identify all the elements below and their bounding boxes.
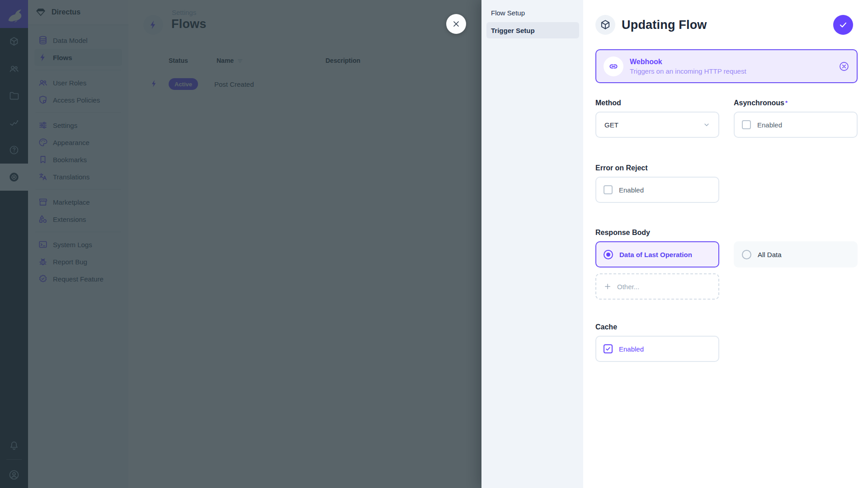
drawer-nav-flow-setup[interactable]: Flow Setup — [486, 5, 579, 21]
save-button[interactable] — [833, 15, 853, 35]
checkbox-unchecked-icon — [604, 185, 613, 194]
plus-icon — [604, 282, 612, 291]
method-label: Method — [595, 99, 719, 108]
other-placeholder: Other... — [617, 283, 639, 291]
drawer-icon-circle — [595, 15, 615, 35]
trigger-description: Triggers on an incoming HTTP request — [630, 67, 746, 75]
method-value: GET — [604, 121, 618, 129]
form-row-method-async: Method GET Asynchronous* Enabled — [595, 99, 858, 138]
drawer-title: Updating Flow — [622, 18, 707, 32]
radio-label: Data of Last Operation — [619, 251, 692, 258]
updating-flow-drawer: Flow Setup Trigger Setup Updating Flow W… — [481, 0, 868, 488]
drawer-backdrop[interactable] — [0, 0, 481, 488]
remove-trigger-icon[interactable] — [839, 61, 849, 72]
trigger-card-text: Webhook Triggers on an incoming HTTP req… — [630, 58, 746, 75]
link-icon-circle — [604, 56, 623, 76]
radio-label: All Data — [758, 251, 782, 258]
error-on-reject-checkbox-label: Enabled — [619, 186, 644, 194]
cache-checkbox[interactable]: Enabled — [595, 336, 719, 362]
radio-unselected-icon — [742, 250, 751, 259]
response-body-options: Data of Last Operation All Data — [595, 237, 858, 267]
cube-icon — [599, 19, 611, 31]
checkbox-unchecked-icon — [742, 120, 751, 129]
required-marker: * — [785, 99, 788, 106]
drawer-nav-trigger-setup[interactable]: Trigger Setup — [486, 22, 579, 38]
checkbox-checked-icon — [604, 344, 613, 353]
close-icon — [452, 19, 461, 28]
response-body-other-row: Other... — [595, 267, 858, 300]
asynchronous-field-group: Asynchronous* Enabled — [734, 99, 858, 138]
drawer-content: Updating Flow Webhook Triggers on an inc… — [583, 0, 868, 488]
chevron-down-icon — [703, 121, 710, 128]
method-select[interactable]: GET — [595, 112, 719, 138]
drawer-header: Updating Flow — [595, 0, 858, 35]
asynchronous-checkbox[interactable]: Enabled — [734, 112, 858, 138]
radio-selected-icon — [604, 250, 613, 259]
method-field-group: Method GET — [595, 99, 719, 138]
error-on-reject-field-group: Error on Reject Enabled — [595, 164, 719, 203]
close-drawer-button[interactable] — [446, 14, 466, 34]
drawer-nav: Flow Setup Trigger Setup — [481, 0, 583, 488]
directus-app: Directus Data Model Flows User Roles Acc… — [0, 0, 868, 488]
other-option-input[interactable]: Other... — [595, 273, 719, 300]
error-on-reject-checkbox[interactable]: Enabled — [595, 177, 719, 203]
form-row-error-on-reject: Error on Reject Enabled — [595, 164, 858, 203]
response-body-label: Response Body — [595, 228, 858, 237]
asynchronous-label: Asynchronous* — [734, 99, 858, 108]
cache-section: Cache Enabled — [595, 323, 858, 362]
cache-label: Cache — [595, 323, 858, 332]
error-on-reject-label: Error on Reject — [595, 164, 719, 173]
radio-data-of-last-operation[interactable]: Data of Last Operation — [595, 241, 719, 267]
asynchronous-checkbox-label: Enabled — [757, 121, 782, 129]
trigger-type: Webhook — [630, 58, 746, 66]
webhook-trigger-card[interactable]: Webhook Triggers on an incoming HTTP req… — [595, 49, 858, 83]
check-icon — [838, 20, 848, 30]
link-icon — [608, 61, 619, 72]
radio-all-data[interactable]: All Data — [734, 241, 858, 267]
response-body-section: Response Body Data of Last Operation All… — [595, 228, 858, 300]
cache-checkbox-label: Enabled — [619, 345, 644, 353]
